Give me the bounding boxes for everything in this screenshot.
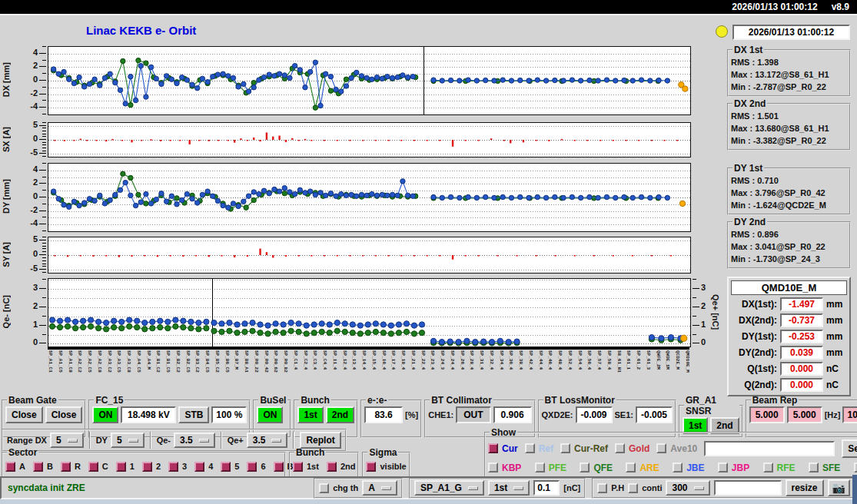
value-5-000: 5.000 <box>787 406 822 423</box>
bpm-label: SP_R0_62 <box>273 350 277 390</box>
tick-mark <box>42 334 46 335</box>
checkbox-ref[interactable] <box>525 443 535 453</box>
monitor-unit: mm <box>826 299 842 310</box>
tick-mark <box>42 131 46 131</box>
checkbox-3[interactable] <box>168 462 178 472</box>
stat-max-value: 13.680@S8_61_H1 <box>752 124 829 133</box>
tick-mark <box>42 266 46 267</box>
toggle-out[interactable]: OUT <box>456 406 490 423</box>
checkbox-jbp[interactable] <box>718 463 728 472</box>
set-ref-button[interactable]: Set Ref <box>842 439 857 458</box>
checkbox-1st[interactable] <box>293 462 303 472</box>
checkbox-group-cur: Cur <box>488 443 518 454</box>
button-resize[interactable]: resize <box>786 479 824 496</box>
show-panel: Show CurRefCur-RefGoldAve10Set Ref KBPPF… <box>484 427 857 481</box>
text-input[interactable] <box>533 480 560 496</box>
checkbox-c[interactable] <box>88 462 98 472</box>
dropdown-a[interactable]: A <box>362 480 397 496</box>
checkbox-kbp[interactable] <box>488 463 498 472</box>
checkbox-group-p-h: P.H <box>597 483 624 493</box>
checkbox-visible[interactable] <box>366 462 376 472</box>
group-legend-gr-a1-snsr: GR_A1 SNSR <box>684 395 739 416</box>
checkbox-label-are: ARE <box>639 463 659 473</box>
checkbox-2[interactable] <box>142 462 152 472</box>
checkbox-group-2: 2 <box>142 462 161 472</box>
checkbox-bt[interactable] <box>274 462 284 472</box>
camera-button[interactable]: 📷 <box>828 479 850 496</box>
label-qxd2e: QXD2E: <box>542 410 573 419</box>
checkbox-2nd[interactable] <box>327 462 337 472</box>
chart-sx: SX [A]50-5 <box>0 122 726 156</box>
dropdown-3-5[interactable]: 3.5 <box>174 433 215 448</box>
tick-mark <box>42 151 46 151</box>
ref-input[interactable] <box>704 441 835 456</box>
button-2nd[interactable]: 2nd <box>326 406 354 423</box>
checkbox-rfe[interactable] <box>763 463 773 472</box>
label-nc: [nC] <box>563 483 580 492</box>
dropdown-300[interactable]: 300 <box>666 480 709 496</box>
checkbox-p-h[interactable] <box>597 483 607 493</box>
checkbox-gold[interactable] <box>615 443 625 453</box>
dropdown-indicator-icon <box>468 486 478 490</box>
button-close[interactable]: Close <box>45 406 83 423</box>
stats-panel: DX 1stRMS : 1.398Max : 13.172@S8_61_H1Mi… <box>727 45 851 269</box>
tick-mark <box>39 325 46 326</box>
button-replot[interactable]: Replot <box>300 432 340 449</box>
bpm-label: SP_32_4 <box>489 350 493 390</box>
bpm-label: SP_A1_C5 <box>58 350 62 390</box>
dropdown-1st[interactable]: 1st <box>488 480 530 496</box>
checkbox-sfe[interactable] <box>809 463 819 472</box>
stat-max: Max : 3.041@SP_R0_22 <box>731 240 847 253</box>
button-stb[interactable]: STB <box>178 406 209 423</box>
checkbox-r[interactable] <box>61 462 71 472</box>
dropdown-value: 5 <box>56 435 61 446</box>
bpm-label: SP_58_4 <box>606 350 611 390</box>
checkbox-1[interactable] <box>116 462 126 472</box>
checkbox-5[interactable] <box>221 462 231 472</box>
checkbox-4[interactable] <box>194 462 204 472</box>
chart-dy-plot <box>48 163 691 232</box>
dropdown-5[interactable]: 5 <box>111 433 144 448</box>
tick-mark <box>39 66 46 67</box>
tick-label: -4 <box>19 218 38 227</box>
tick-mark <box>39 254 46 255</box>
checkbox-pfe[interactable] <box>535 463 545 472</box>
tick-label: 0 <box>19 75 38 84</box>
checkbox-label-1st: 1st <box>307 462 319 471</box>
bpm-label: SP_C4_4 <box>322 350 327 390</box>
status-bar: syncdata init ZRE chg thASP_A1_G1st[nC]P… <box>0 476 857 499</box>
checkbox-6[interactable] <box>247 462 257 472</box>
ylabel-right-text: Qe+ [nC] <box>711 294 720 330</box>
checkbox-jbe[interactable] <box>673 463 683 472</box>
checkbox-cur-ref[interactable] <box>560 443 570 453</box>
separator <box>221 432 222 449</box>
monitor-row: DX(1st):-1.497mm <box>731 297 847 311</box>
checkbox-conti[interactable] <box>628 483 638 493</box>
checkbox-group-visible: visible <box>366 462 406 472</box>
tick-mark <box>42 128 46 128</box>
tick-mark <box>42 60 46 61</box>
button-on[interactable]: ON <box>92 406 118 423</box>
dropdown-sp-a1-g[interactable]: SP_A1_G <box>414 480 484 496</box>
checkbox-are[interactable] <box>626 463 636 472</box>
button-close[interactable]: Close <box>5 406 43 423</box>
value-5-000: 5.000 <box>749 406 785 423</box>
group-items: ABRC123456BT <box>5 459 282 474</box>
tick-label: 3 <box>19 283 38 292</box>
checkbox-zre[interactable] <box>854 463 857 472</box>
dropdown-3-5[interactable]: 3.5 <box>247 433 288 448</box>
dropdown-5[interactable]: 5 <box>50 433 84 448</box>
checkbox-cur[interactable] <box>488 443 498 453</box>
checkbox-qfe[interactable] <box>580 463 590 472</box>
button-1st[interactable]: 1st <box>297 406 323 423</box>
button-on[interactable]: ON <box>257 406 283 423</box>
tick-label: 2 <box>19 301 38 310</box>
text-input[interactable] <box>714 480 782 496</box>
checkbox-chg-th[interactable] <box>319 483 329 493</box>
stat-max-label: Max : <box>731 68 752 81</box>
checkbox-a[interactable] <box>5 462 15 472</box>
checkbox-group-ave10: Ave10 <box>656 443 697 454</box>
status-group-3: P.Hconti300resize📷 <box>592 478 855 499</box>
checkbox-ave10[interactable] <box>656 443 666 453</box>
checkbox-b[interactable] <box>33 462 43 472</box>
